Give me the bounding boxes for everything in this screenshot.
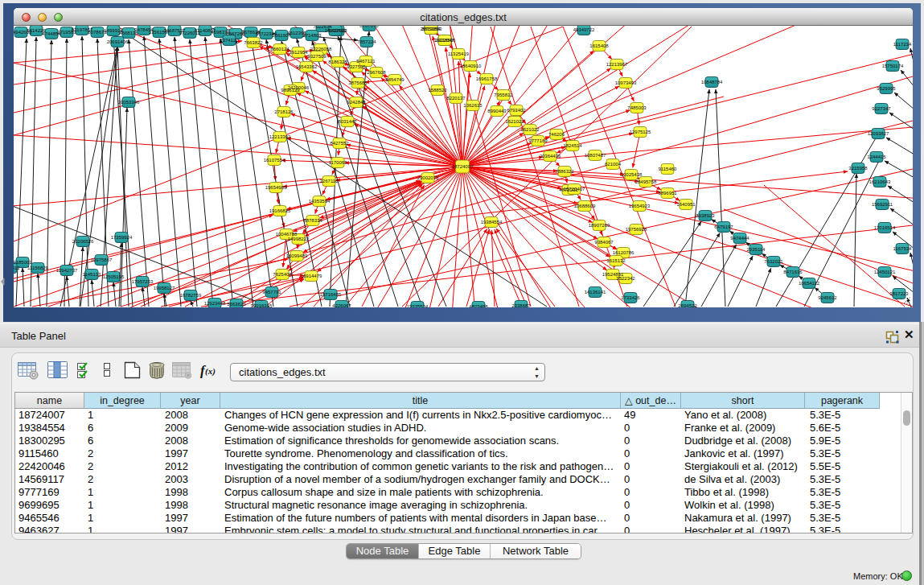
svg-text:1170063: 1170063 — [329, 160, 348, 165]
svg-text:2718126: 2718126 — [274, 109, 294, 114]
svg-text:8427552: 8427552 — [330, 141, 349, 146]
svg-text:2967608: 2967608 — [367, 70, 386, 75]
svg-text:2935114: 2935114 — [747, 247, 766, 252]
svg-text:15750174: 15750174 — [882, 64, 904, 68]
svg-text:6896951: 6896951 — [658, 191, 677, 196]
svg-text:1145133: 1145133 — [83, 272, 102, 277]
svg-text:18907269: 18907269 — [589, 223, 610, 228]
svg-text:12213967: 12213967 — [606, 62, 628, 67]
svg-text:3915812: 3915812 — [14, 266, 20, 270]
svg-text:19384554: 19384554 — [481, 220, 503, 225]
svg-text:28495758: 28495758 — [635, 179, 657, 184]
svg-text:20364436: 20364436 — [540, 154, 561, 159]
svg-text:10807487: 10807487 — [585, 153, 606, 158]
svg-text:19756928: 19756928 — [626, 227, 647, 232]
svg-text:1117234: 1117234 — [893, 42, 912, 47]
svg-text:1362615: 1362615 — [463, 103, 483, 108]
svg-text:8220137: 8220137 — [446, 96, 466, 101]
svg-text:12923448: 12923448 — [204, 301, 226, 306]
svg-text:11156829: 11156829 — [27, 266, 48, 270]
svg-text:7886322: 7886322 — [555, 169, 574, 174]
svg-text:10046788: 10046788 — [276, 232, 298, 237]
svg-text:13654923: 13654923 — [629, 204, 651, 208]
svg-text:7485003: 7485003 — [627, 105, 647, 110]
svg-text:17359924: 17359924 — [111, 235, 133, 240]
svg-text:14353594: 14353594 — [309, 199, 331, 204]
svg-text:16914479: 16914479 — [301, 274, 322, 278]
svg-text:6793402: 6793402 — [507, 108, 526, 113]
svg-text:3875685: 3875685 — [348, 80, 368, 85]
svg-text:9245612: 9245612 — [818, 295, 837, 300]
svg-text:9817223: 9817223 — [889, 291, 909, 296]
svg-text:7374122: 7374122 — [220, 38, 239, 43]
svg-text:5663623: 5663623 — [227, 302, 246, 307]
svg-text:9777169: 9777169 — [528, 138, 548, 143]
svg-text:12975125: 12975125 — [630, 130, 651, 134]
svg-text:12942737: 12942737 — [56, 268, 78, 273]
svg-text:8813054: 8813054 — [421, 27, 441, 31]
svg-text:8186328: 8186328 — [328, 60, 347, 64]
svg-text:14136141: 14136141 — [585, 290, 606, 295]
svg-text:19335534: 19335534 — [407, 304, 429, 307]
svg-text:9529995: 9529995 — [877, 86, 896, 91]
svg-text:9474444: 9474444 — [730, 236, 749, 241]
svg-text:14998222: 14998222 — [288, 237, 310, 241]
svg-text:8031447: 8031447 — [338, 119, 357, 124]
svg-text:11325419: 11325419 — [448, 51, 470, 56]
svg-text:8707870: 8707870 — [359, 26, 379, 28]
svg-text:15720407: 15720407 — [564, 187, 585, 192]
svg-text:1588520: 1588520 — [428, 88, 447, 93]
svg-text:1167534: 1167534 — [893, 246, 913, 251]
svg-text:15692911: 15692911 — [872, 202, 893, 207]
svg-text:7663822: 7663822 — [244, 40, 263, 45]
svg-text:10688609: 10688609 — [574, 204, 596, 208]
svg-text:9457791: 9457791 — [262, 290, 281, 295]
svg-text:1615408: 1615408 — [589, 43, 609, 48]
svg-text:8878334: 8878334 — [303, 218, 322, 223]
svg-text:19166825: 19166825 — [269, 208, 291, 213]
svg-text:20206526: 20206526 — [72, 239, 94, 244]
svg-text:621004: 621004 — [605, 162, 622, 167]
svg-text:8471636: 8471636 — [783, 270, 803, 274]
svg-text:1733426: 1733426 — [621, 295, 640, 300]
svg-text:1621022: 1621022 — [505, 119, 524, 124]
svg-text:9242848: 9242848 — [347, 100, 366, 105]
svg-text:15716485: 15716485 — [320, 292, 342, 297]
svg-text:19218506: 19218506 — [434, 38, 456, 43]
svg-text:6479197: 6479197 — [714, 225, 733, 229]
svg-text:9327505: 9327505 — [347, 64, 366, 69]
svg-text:3267110: 3267110 — [320, 179, 339, 183]
svg-text:17957253: 17957253 — [132, 279, 154, 284]
svg-text:7632021: 7632021 — [764, 259, 783, 264]
svg-text:9384067: 9384067 — [594, 240, 614, 245]
svg-text:7857224: 7857224 — [357, 39, 376, 44]
svg-text:16961758: 16961758 — [476, 76, 498, 81]
svg-text:16107554: 16107554 — [264, 158, 285, 163]
svg-text:20053346: 20053346 — [118, 100, 140, 105]
svg-text:7625402: 7625402 — [273, 272, 292, 277]
svg-text:17016514: 17016514 — [874, 225, 896, 230]
svg-text:2338687: 2338687 — [511, 303, 531, 307]
svg-text:5467121: 5467121 — [356, 59, 376, 64]
svg-text:9896123: 9896123 — [281, 88, 300, 93]
svg-text:10025438: 10025438 — [621, 172, 643, 177]
svg-text:2714803: 2714803 — [302, 33, 322, 38]
svg-text:23002075: 23002075 — [417, 175, 439, 180]
svg-text:3215958: 3215958 — [848, 166, 868, 171]
svg-text:1640951: 1640951 — [676, 202, 696, 207]
svg-text:8660124: 8660124 — [270, 47, 290, 51]
svg-text:(x): (x) — [205, 366, 216, 377]
svg-text:10975867: 10975867 — [91, 257, 113, 262]
svg-text:23226058: 23226058 — [310, 47, 332, 51]
svg-text:18640910: 18640910 — [460, 64, 482, 68]
svg-text:7955812: 7955812 — [494, 93, 513, 97]
svg-text:746206: 746206 — [548, 132, 565, 137]
svg-text:8938923: 8938923 — [696, 213, 715, 218]
svg-text:3912954: 3912954 — [289, 50, 308, 55]
svg-text:10654112: 10654112 — [799, 281, 820, 286]
svg-text:9115460: 9115460 — [659, 167, 678, 171]
svg-text:16033809: 16033809 — [325, 28, 347, 33]
svg-text:12213302: 12213302 — [269, 134, 291, 139]
svg-text:4823498: 4823498 — [469, 304, 488, 307]
svg-text:9185001: 9185001 — [14, 260, 32, 265]
